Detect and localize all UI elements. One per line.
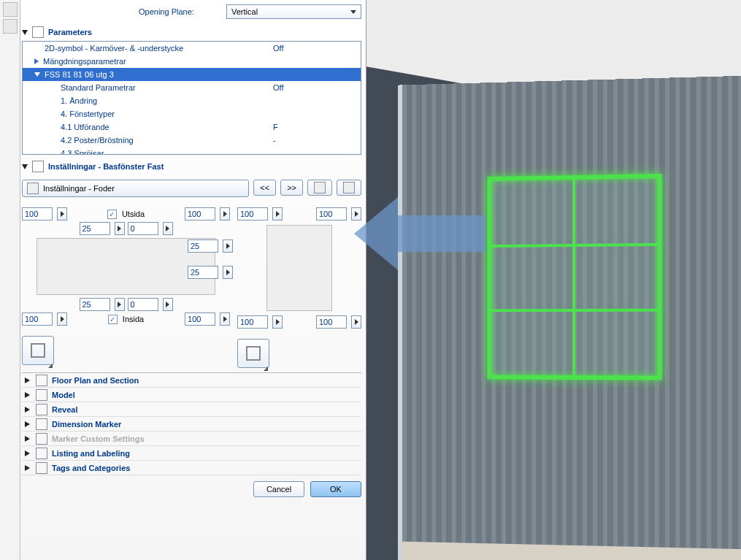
tab-icon[interactable] xyxy=(3,19,18,34)
section-icon xyxy=(36,418,47,430)
sec-bot-left-input[interactable] xyxy=(237,315,268,329)
accordion-row[interactable]: Floor Plan and Section xyxy=(22,373,361,388)
stepper[interactable] xyxy=(223,266,233,279)
side-input[interactable] xyxy=(188,266,218,279)
foder-icon xyxy=(27,183,39,194)
tool-button-a[interactable] xyxy=(307,180,332,196)
tool-button-b[interactable] xyxy=(337,180,361,196)
bot-right-width-input[interactable] xyxy=(185,312,215,326)
expand-icon xyxy=(25,392,30,398)
sec-top-left-input[interactable] xyxy=(237,207,268,220)
accordion-row[interactable]: Model xyxy=(22,388,361,402)
utsida-label: Utsida xyxy=(122,210,145,218)
accordion-label: Marker Custom Settings xyxy=(52,434,145,443)
section-icon xyxy=(36,433,47,445)
parameter-label: 1. Ändring xyxy=(61,96,97,105)
prev-button[interactable]: << xyxy=(253,180,276,196)
top-left-width-input[interactable] xyxy=(22,207,53,220)
parameter-row[interactable]: FSS 81 81 06 utg 3 xyxy=(23,68,361,81)
parameter-row[interactable]: 4.2 Poster/Bröstning- xyxy=(23,134,361,147)
cancel-button[interactable]: Cancel xyxy=(253,481,304,497)
stepper[interactable] xyxy=(220,207,230,220)
parameter-value: - xyxy=(273,136,361,145)
bot-left-width-input[interactable] xyxy=(22,312,53,326)
accordion-row[interactable]: Dimension Marker xyxy=(22,417,361,431)
accordion-label: Model xyxy=(52,391,75,399)
expand-icon xyxy=(25,436,30,442)
foundation xyxy=(402,542,741,560)
stepper[interactable] xyxy=(57,207,67,220)
parameter-value: Off xyxy=(273,44,361,53)
parameter-row[interactable]: Mängdningsparametrar xyxy=(23,55,361,68)
ok-button[interactable]: OK xyxy=(310,481,361,497)
utsida-checkbox[interactable] xyxy=(107,210,117,219)
stepper[interactable] xyxy=(115,298,125,311)
expand-icon xyxy=(25,421,30,427)
section-icon xyxy=(36,462,47,474)
tab-icon[interactable] xyxy=(3,2,18,17)
parameter-label: 4.2 Poster/Bröstning xyxy=(61,136,134,145)
parameter-row[interactable]: 4. Fönstertyper xyxy=(23,107,361,120)
parameter-row[interactable]: 1. Ändring xyxy=(23,94,361,107)
parameter-label: 4.3 Spröjsar xyxy=(61,149,104,155)
stepper[interactable] xyxy=(351,315,361,329)
section-diagram xyxy=(237,206,361,372)
opening-plane-dropdown[interactable]: Vertical xyxy=(226,4,361,19)
parameter-label: FSS 81 81 06 utg 3 xyxy=(45,70,114,79)
selected-window[interactable] xyxy=(487,174,661,380)
3d-viewport[interactable] xyxy=(366,0,741,560)
stepper[interactable] xyxy=(223,239,233,253)
section-icon xyxy=(36,404,47,415)
layer-icon xyxy=(343,182,355,193)
parameter-label: 2D-symbol - Karmöver- & -understycke xyxy=(45,44,183,53)
expand-icon xyxy=(25,377,30,383)
parameter-row[interactable]: 4.1 UtförandeF xyxy=(23,120,361,134)
stepper[interactable] xyxy=(163,298,173,311)
parameter-label: 4.1 Utförande xyxy=(61,123,110,131)
expand-icon xyxy=(25,450,30,456)
sec-bot-right-input[interactable] xyxy=(316,315,347,329)
stepper[interactable] xyxy=(163,222,173,235)
collapse-icon xyxy=(22,30,28,35)
stepper[interactable] xyxy=(57,312,67,326)
settings-icon xyxy=(32,161,44,172)
parameters-list[interactable]: 2D-symbol - Karmöver- & -understyckeOffM… xyxy=(22,41,361,155)
inner-input[interactable] xyxy=(128,298,158,311)
accordion-row[interactable]: Reveal xyxy=(22,402,361,417)
parameter-value: Off xyxy=(273,83,361,92)
top-right-width-input[interactable] xyxy=(185,207,215,220)
inner-input[interactable] xyxy=(80,222,110,235)
left-ruler-tabs xyxy=(0,0,20,560)
side-input[interactable] xyxy=(188,239,218,253)
inner-input[interactable] xyxy=(80,298,110,311)
accordion-row[interactable]: Listing and Labeling xyxy=(22,446,361,461)
next-button[interactable]: >> xyxy=(280,180,303,196)
wall-surface xyxy=(398,75,741,560)
section-title: Parameters xyxy=(48,28,92,37)
stepper[interactable] xyxy=(272,315,283,329)
sec-top-right-input[interactable] xyxy=(316,207,347,220)
parameter-label: Standard Parametrar xyxy=(61,83,136,92)
stepper[interactable] xyxy=(351,207,361,220)
stepper[interactable] xyxy=(272,207,283,220)
section-settings-header[interactable]: Inställningar - Basfönster Fast xyxy=(22,161,361,172)
opening-plane-value: Vertical xyxy=(231,7,258,16)
settings-dropdown[interactable]: Inställningar - Foder xyxy=(22,180,249,197)
insida-checkbox[interactable] xyxy=(108,315,118,324)
parameter-value: - xyxy=(273,149,361,155)
accordion-row[interactable]: Tags and Categories xyxy=(22,461,361,475)
section-icon xyxy=(36,389,47,401)
parameter-row[interactable]: Standard ParametrarOff xyxy=(23,81,361,94)
inner-input[interactable] xyxy=(128,222,158,235)
dropdown-corner-icon xyxy=(48,359,53,368)
stepper[interactable] xyxy=(115,222,125,235)
parameter-row[interactable]: 2D-symbol - Karmöver- & -understyckeOff xyxy=(23,42,361,55)
section-icon xyxy=(36,448,47,459)
accordion-label: Listing and Labeling xyxy=(52,449,130,458)
expand-icon xyxy=(25,465,30,471)
accordion-row: Marker Custom Settings xyxy=(22,431,361,446)
expand-icon xyxy=(34,58,39,64)
section-parameters-header[interactable]: Parameters xyxy=(22,26,361,38)
parameter-row[interactable]: 4.3 Spröjsar- xyxy=(23,147,361,155)
stepper[interactable] xyxy=(220,312,230,326)
